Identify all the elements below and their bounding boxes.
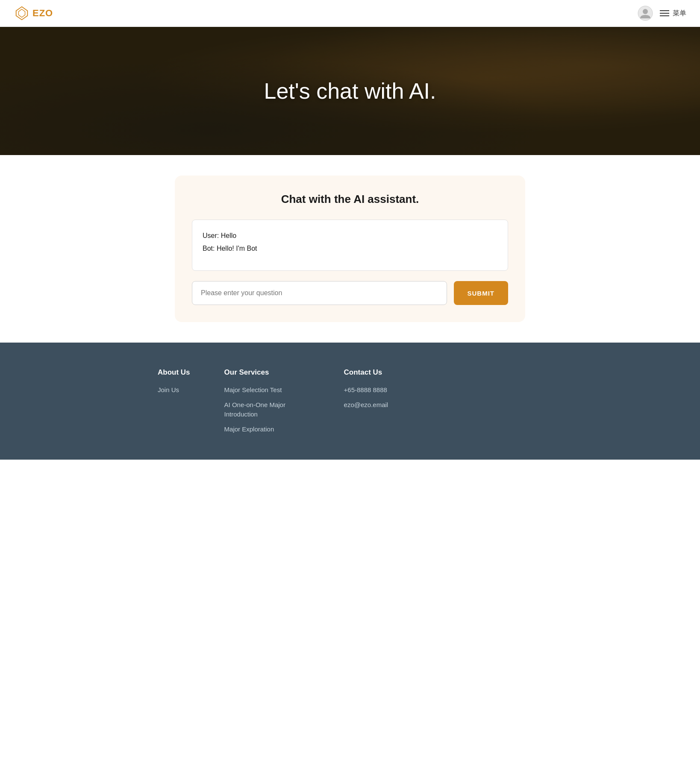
logo-icon: [14, 5, 30, 21]
header-right: 菜单: [638, 6, 686, 21]
chat-section: Chat with the AI assistant. User: Hello …: [0, 155, 700, 343]
chat-input[interactable]: [192, 281, 447, 305]
chat-message-1: User: Hello: [203, 230, 497, 241]
svg-marker-1: [18, 9, 25, 18]
menu-label: 菜单: [673, 9, 686, 18]
menu-button[interactable]: 菜单: [660, 9, 686, 18]
footer-contact-list: +65-8888 8888 ezo@ezo.email: [344, 385, 388, 410]
chat-card: Chat with the AI assistant. User: Hello …: [175, 176, 525, 322]
header: EZO 菜单: [0, 0, 700, 27]
submit-button[interactable]: SUBMIT: [454, 281, 509, 305]
footer-join-us[interactable]: Join Us: [158, 385, 190, 395]
footer: About Us Join Us Our Services Major Sele…: [0, 343, 700, 460]
footer-email: ezo@ezo.email: [344, 400, 388, 410]
footer-contact: Contact Us +65-8888 8888 ezo@ezo.email: [344, 368, 388, 434]
footer-about-us: About Us Join Us: [158, 368, 190, 434]
chat-window: User: Hello Bot: Hello! I'm Bot: [192, 220, 508, 271]
footer-ai-intro[interactable]: AI One-on-One Major Introduction: [224, 400, 310, 419]
chat-section-title: Chat with the AI assistant.: [192, 193, 508, 206]
logo-text: EZO: [32, 8, 53, 19]
chat-message-2: Bot: Hello! I'm Bot: [203, 243, 497, 254]
footer-contact-heading: Contact Us: [344, 368, 388, 377]
hero-title: Let's chat with AI.: [264, 78, 436, 104]
svg-point-3: [643, 9, 648, 14]
footer-services-list: Major Selection Test AI One-on-One Major…: [224, 385, 310, 434]
footer-major-selection[interactable]: Major Selection Test: [224, 385, 310, 395]
footer-major-exploration-link[interactable]: Major Exploration: [224, 425, 274, 433]
footer-inner: About Us Join Us Our Services Major Sele…: [158, 368, 542, 434]
footer-phone: +65-8888 8888: [344, 385, 388, 395]
hamburger-icon: [660, 10, 669, 16]
logo[interactable]: EZO: [14, 5, 53, 21]
footer-services: Our Services Major Selection Test AI One…: [224, 368, 310, 434]
svg-marker-0: [16, 7, 28, 20]
chat-input-row: SUBMIT: [192, 281, 508, 305]
footer-ai-intro-link[interactable]: AI One-on-One Major Introduction: [224, 401, 285, 418]
footer-major-exploration[interactable]: Major Exploration: [224, 425, 310, 434]
footer-about-list: Join Us: [158, 385, 190, 395]
user-icon[interactable]: [638, 6, 653, 21]
footer-services-heading: Our Services: [224, 368, 310, 377]
hero-section: Let's chat with AI.: [0, 27, 700, 155]
footer-about-heading: About Us: [158, 368, 190, 377]
footer-major-selection-link[interactable]: Major Selection Test: [224, 386, 282, 393]
footer-join-us-link[interactable]: Join Us: [158, 386, 179, 393]
